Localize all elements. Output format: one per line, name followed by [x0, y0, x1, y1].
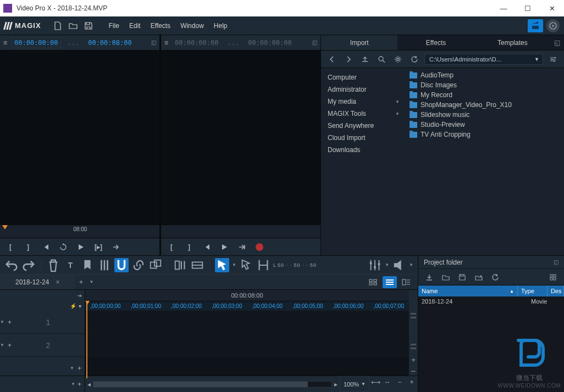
window-maximize-button[interactable]: ☐ [516, 0, 540, 16]
track-header[interactable]: ▼+1 [0, 311, 85, 334]
menu-help[interactable]: Help [210, 20, 231, 32]
file-row[interactable]: My Record [406, 90, 564, 100]
zoom-all-button[interactable]: ↔ [381, 376, 394, 388]
tab-templates[interactable]: Templates [474, 35, 551, 50]
file-row[interactable]: AudioTemp [406, 70, 564, 80]
nav-forward-button[interactable] [342, 53, 355, 66]
link-button[interactable] [131, 258, 146, 272]
track-lane[interactable] [85, 334, 409, 357]
timeline-hscrollbar[interactable]: ◂ ▸ [85, 376, 340, 392]
tree-item[interactable]: Computer [321, 71, 406, 83]
menu-window[interactable]: Window [176, 20, 208, 32]
range-end-icon[interactable]: ⇥ [77, 293, 81, 299]
search-icon[interactable] [375, 53, 388, 66]
delete-button[interactable] [46, 258, 60, 272]
nav-back-button[interactable] [325, 53, 339, 66]
snap-button[interactable] [114, 258, 129, 272]
zoom-fit-button[interactable]: ⟷ [369, 376, 381, 388]
program-viewport[interactable] [161, 51, 320, 225]
mute-button[interactable] [392, 258, 406, 272]
go-to-end-button[interactable] [236, 241, 248, 253]
path-combobox[interactable]: C:\Users\Administrator\D... ▼ [424, 54, 543, 65]
movie-mode-button[interactable] [528, 19, 543, 32]
loop-button[interactable] [57, 241, 69, 253]
tree-item[interactable]: Administrator [321, 83, 406, 96]
timeline-view-button[interactable] [383, 276, 397, 288]
nav-up-button[interactable] [358, 53, 372, 66]
tree-item[interactable]: Send Anywhere [321, 120, 406, 132]
movie-list-dropdown[interactable]: ▼ [87, 279, 96, 284]
program-ruler[interactable] [161, 225, 320, 238]
ripple-button[interactable] [173, 258, 187, 272]
open-icon[interactable] [439, 271, 452, 284]
refresh-icon[interactable] [408, 53, 421, 66]
project-table-header[interactable]: Name▲ Type Des [418, 285, 564, 296]
source-out-timecode[interactable]: 00:00:08:00 [86, 38, 134, 48]
file-row[interactable]: Slideshow music [406, 110, 564, 120]
track-header[interactable]: ▼+2 [0, 334, 85, 357]
view-options-icon[interactable] [546, 53, 560, 66]
play-range-button[interactable]: [▸] [92, 241, 104, 253]
track-header[interactable]: ▼+ [0, 357, 85, 376]
zoom-out-h-button[interactable]: + [406, 376, 418, 388]
view-grid-icon[interactable] [546, 271, 560, 284]
program-out-timecode[interactable]: 00:00:00:00 [246, 38, 294, 48]
bolt-icon[interactable]: ⚡ [70, 303, 76, 309]
source-ruler[interactable]: 08:00 [0, 225, 159, 238]
tree-item[interactable]: Downloads [321, 144, 406, 156]
mixer-button[interactable] [368, 258, 382, 272]
redo-button[interactable] [21, 258, 36, 272]
record-button[interactable] [253, 241, 266, 253]
movie-tab[interactable]: 2018-12-24 × [0, 275, 75, 289]
pointer-tool[interactable] [215, 258, 229, 272]
play-button[interactable] [218, 241, 230, 253]
mark-out-button[interactable]: ] [22, 241, 34, 253]
menu-edit[interactable]: Edit [125, 20, 145, 32]
timeline-vscrollbar[interactable]: + − [409, 311, 418, 376]
menu-file[interactable]: File [105, 20, 123, 32]
play-button[interactable] [75, 241, 87, 253]
tree-item[interactable]: Cloud Import [321, 132, 406, 144]
dropdown-icon[interactable]: ▾ [79, 303, 81, 309]
import-icon[interactable] [423, 271, 436, 284]
zoom-combo[interactable]: 100%▼ [340, 376, 369, 392]
go-to-start-button[interactable] [40, 241, 52, 253]
add-folder-icon[interactable] [472, 271, 485, 284]
save-icon[interactable] [456, 271, 469, 284]
menu-effects[interactable]: Effects [147, 20, 174, 32]
select-tool[interactable] [239, 258, 253, 272]
popout-icon[interactable]: ◱ [312, 40, 317, 46]
file-row[interactable]: Studio-Preview [406, 120, 564, 130]
tab-import[interactable]: Import [321, 35, 397, 50]
source-in-timecode[interactable]: 00:00:00:00 [12, 37, 60, 48]
title-button[interactable]: T [63, 258, 78, 272]
popout-icon[interactable]: ◱ [554, 259, 559, 265]
go-to-start-button[interactable] [201, 241, 213, 253]
file-row[interactable]: Disc Images [406, 80, 564, 90]
save-icon[interactable] [82, 19, 95, 32]
timeline-timecodes[interactable]: ,00;00;00;00,00;00;01;00,00;00;02;00,00;… [85, 301, 409, 311]
overwrite-button[interactable] [190, 258, 204, 272]
tab-effects[interactable]: Effects [397, 35, 474, 50]
file-row[interactable]: ShopManager_Video_Pro_X10 [406, 100, 564, 110]
playhead-line[interactable] [86, 301, 87, 378]
overview-button[interactable] [399, 276, 413, 288]
close-tab-icon[interactable]: × [56, 278, 59, 286]
project-row[interactable]: 2018-12-24 Movie [418, 296, 564, 306]
open-folder-icon[interactable] [67, 19, 80, 32]
file-row[interactable]: TV Anti Cropping [406, 130, 564, 139]
edit-tool[interactable] [256, 258, 270, 272]
group-button[interactable] [148, 258, 163, 272]
zoom-in-h-button[interactable]: − [394, 376, 406, 388]
new-file-icon[interactable] [51, 19, 64, 32]
playhead-marker-icon[interactable] [2, 225, 8, 229]
refresh-icon[interactable] [489, 271, 502, 284]
panel-menu-icon[interactable]: ≡ [3, 39, 7, 47]
undo-button[interactable] [4, 258, 19, 272]
track-lane[interactable] [85, 311, 409, 334]
mark-in-button[interactable]: [ [165, 241, 178, 253]
panel-menu-icon[interactable]: ≡ [164, 39, 168, 47]
insert-button[interactable] [110, 241, 122, 253]
program-in-timecode[interactable]: 00:00:00:00 [173, 38, 220, 48]
settings-icon[interactable] [391, 53, 405, 66]
